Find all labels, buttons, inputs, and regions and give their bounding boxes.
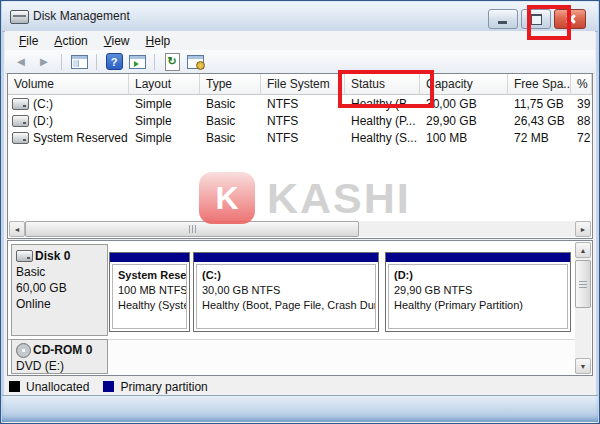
column-header-percent-free[interactable]: % F [571, 74, 592, 95]
disk-properties-icon[interactable] [185, 52, 205, 72]
cd-icon [16, 343, 31, 358]
menu-action[interactable]: Action [46, 33, 95, 49]
scroll-right-icon[interactable]: ► [575, 221, 591, 237]
minimize-button[interactable] [488, 9, 518, 29]
disk-management-window: Disk Management File Action View Help ◄ … [0, 0, 600, 424]
scrollbar-track[interactable] [25, 221, 575, 237]
console-tree-icon[interactable] [69, 52, 89, 72]
maximize-icon [531, 14, 542, 25]
drive-icon [12, 132, 29, 144]
disk-icon [16, 250, 33, 262]
menu-help[interactable]: Help [138, 33, 179, 49]
table-row[interactable]: (D:) Simple Basic NTFS Healthy (P... 29,… [8, 112, 592, 129]
column-header-status[interactable]: Status [345, 74, 420, 95]
menu-view[interactable]: View [96, 33, 138, 49]
menu-file[interactable]: File [11, 33, 46, 49]
close-button[interactable] [554, 9, 586, 29]
disk0-type: Basic [16, 264, 103, 280]
scrollbar-track[interactable] [575, 258, 591, 358]
disk-management-app-icon [10, 10, 29, 24]
partition-system-reserved[interactable]: System Reserved 100 MB NTFS Healthy (Sys… [109, 252, 190, 332]
horizontal-scrollbar[interactable]: ◄ ► [9, 221, 591, 237]
window-controls [488, 9, 586, 29]
graphical-view-panel: Disk 0 Basic 60,00 GB Online System Rese… [7, 240, 593, 376]
scroll-down-icon[interactable]: ▼ [575, 358, 591, 374]
window-title: Disk Management [33, 9, 130, 23]
legend-bar: Unallocated Primary partition [9, 377, 208, 396]
scrollbar-thumb[interactable] [25, 221, 359, 237]
toolbar-separator [61, 54, 62, 70]
disk0-graphic-area: System Reserved 100 MB NTFS Healthy (Sys… [108, 244, 575, 336]
disk0-label[interactable]: Disk 0 Basic 60,00 GB Online [11, 244, 108, 336]
toolbar-separator [154, 54, 155, 70]
scroll-left-icon[interactable]: ◄ [9, 221, 25, 237]
primary-partition-bar [194, 253, 378, 262]
primary-partition-swatch [103, 381, 114, 392]
help-icon[interactable]: ? [104, 52, 124, 72]
primary-partition-bar [386, 253, 570, 262]
menu-bar: File Action View Help [5, 31, 595, 50]
toolbar-separator [96, 54, 97, 70]
show-window-icon[interactable] [127, 52, 147, 72]
column-header-type[interactable]: Type [200, 74, 261, 95]
disk0-status: Online [16, 296, 103, 312]
volume-list-panel: Volume Layout Type File System Status Ca… [7, 73, 593, 239]
partition-d[interactable]: (D:) 29,90 GB NTFS Healthy (Primary Part… [385, 252, 571, 332]
title-bar[interactable]: Disk Management [2, 2, 598, 32]
legend-unallocated: Unallocated [9, 380, 89, 394]
window-bottom-frame [2, 395, 598, 422]
toolbar: ◄ ► ? ↻ [5, 50, 595, 74]
table-row[interactable]: (C:) Simple Basic NTFS Healthy (B... 30,… [8, 95, 592, 112]
close-icon [565, 14, 576, 25]
column-header-capacity[interactable]: Capacity [420, 74, 508, 95]
column-header-volume[interactable]: Volume [8, 74, 129, 95]
cdrom-label[interactable]: CD-ROM 0 DVD (E:) [11, 339, 108, 374]
column-header-file-system[interactable]: File System [261, 74, 345, 95]
disk0-size: 60,00 GB [16, 280, 103, 296]
unallocated-swatch [9, 381, 20, 392]
back-icon[interactable]: ◄ [11, 52, 31, 72]
column-header-layout[interactable]: Layout [129, 74, 200, 95]
scrollbar-thumb[interactable] [575, 260, 591, 308]
cdrom-media: DVD (E:) [16, 358, 103, 374]
drive-icon [12, 115, 29, 127]
cdrom-graphic-area [108, 339, 575, 375]
vertical-scrollbar[interactable]: ▲ ▼ [575, 242, 591, 374]
maximize-button[interactable] [521, 9, 551, 29]
primary-partition-bar [110, 253, 189, 262]
forward-icon[interactable]: ► [34, 52, 54, 72]
column-header-free-space[interactable]: Free Spa... [508, 74, 571, 95]
legend-primary-partition: Primary partition [103, 380, 207, 394]
drive-icon [12, 98, 29, 110]
volume-list-header: Volume Layout Type File System Status Ca… [8, 74, 592, 95]
refresh-icon[interactable]: ↻ [162, 52, 182, 72]
partition-c[interactable]: (C:) 30,00 GB NTFS Healthy (Boot, Page F… [193, 252, 379, 332]
scroll-up-icon[interactable]: ▲ [575, 242, 591, 258]
table-row[interactable]: System Reserved Simple Basic NTFS Health… [8, 129, 592, 146]
minimize-icon [498, 21, 507, 24]
